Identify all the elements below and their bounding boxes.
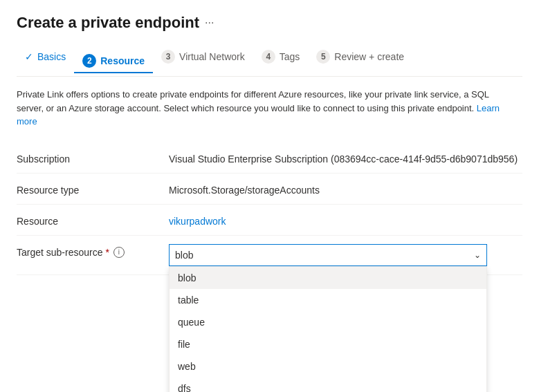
subscription-label: Subscription <box>17 151 169 165</box>
dropdown-option-web[interactable]: web <box>170 355 486 377</box>
step-basics[interactable]: ✓ Basics <box>17 47 74 66</box>
wizard-steps: ✓ Basics 2 Resource 3 Virtual Network 4 … <box>17 46 522 77</box>
page-title: Create a private endpoint <box>17 14 199 32</box>
subscription-value: Visual Studio Enterprise Subscription (0… <box>169 151 522 165</box>
resource-type-row: Resource type Microsoft.Storage/storageA… <box>17 174 522 205</box>
form-section: Subscription Visual Studio Enterprise Su… <box>17 142 522 275</box>
page-title-row: Create a private endpoint ··· <box>17 14 522 32</box>
dropdown-option-dfs[interactable]: dfs <box>170 377 486 393</box>
dropdown-option-queue[interactable]: queue <box>170 311 486 333</box>
step-tags-number: 4 <box>262 50 275 64</box>
dropdown-option-file[interactable]: file <box>170 333 486 355</box>
step-tags-label: Tags <box>280 51 300 62</box>
step-resource-number: 2 <box>82 54 96 68</box>
dropdown-selected-value: blob <box>175 250 193 261</box>
info-text: Private Link offers options to create pr… <box>17 88 515 129</box>
chevron-down-icon: ⌄ <box>474 250 481 260</box>
target-sub-resource-dropdown-wrapper: blob ⌄ blobtablequeuefilewebdfs <box>169 244 522 266</box>
step-virtual-network[interactable]: 3 Virtual Network <box>153 46 253 68</box>
resource-row: Resource vikurpadwork <box>17 205 522 236</box>
step-review-create-label: Review + create <box>334 51 404 62</box>
checkmark-icon: ✓ <box>25 51 33 62</box>
target-sub-resource-dropdown[interactable]: blob ⌄ <box>169 244 487 266</box>
step-tags[interactable]: 4 Tags <box>253 46 309 68</box>
more-options-icon[interactable]: ··· <box>205 17 214 29</box>
required-star: * <box>106 247 109 258</box>
dropdown-list: blobtablequeuefilewebdfs <box>169 266 487 393</box>
subscription-row: Subscription Visual Studio Enterprise Su… <box>17 142 522 174</box>
step-virtual-network-label: Virtual Network <box>179 51 245 62</box>
step-review-create[interactable]: 5 Review + create <box>308 46 412 68</box>
step-virtual-network-number: 3 <box>161 50 175 64</box>
resource-value[interactable]: vikurpadwork <box>169 216 226 227</box>
step-resource[interactable]: 2 Resource <box>74 50 153 73</box>
info-icon[interactable]: i <box>113 247 125 258</box>
dropdown-option-table[interactable]: table <box>170 289 486 311</box>
step-review-create-number: 5 <box>316 50 330 64</box>
step-basics-label: Basics <box>37 51 66 62</box>
resource-type-label: Resource type <box>17 182 169 196</box>
resource-label: Resource <box>17 213 169 227</box>
target-sub-resource-row: Target sub-resource * i blob ⌄ blobtable… <box>17 236 522 275</box>
resource-type-value: Microsoft.Storage/storageAccounts <box>169 182 522 196</box>
dropdown-option-blob[interactable]: blob <box>170 267 486 289</box>
target-sub-resource-label: Target sub-resource * i <box>17 244 169 258</box>
step-resource-label: Resource <box>100 55 145 66</box>
